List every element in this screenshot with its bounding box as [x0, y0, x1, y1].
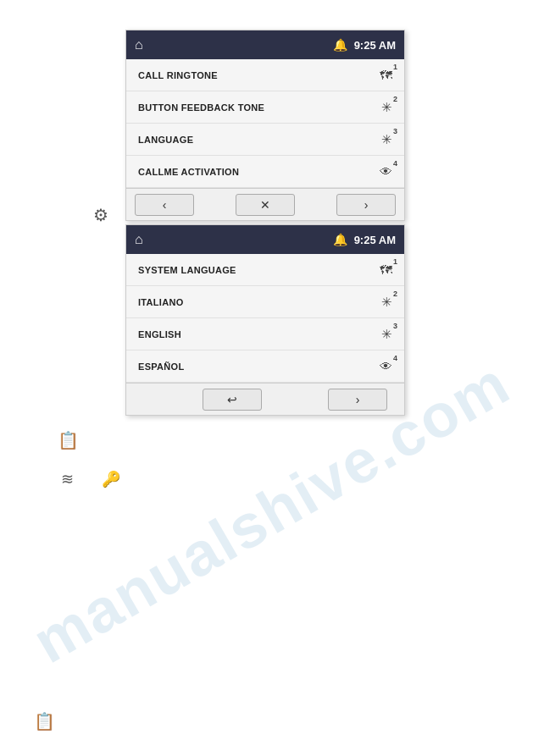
key-icon: 🔑 [102, 470, 120, 488]
menu-row-english[interactable]: ENGLISH ✳ 3 [126, 318, 404, 350]
language-icon: ✳ [381, 132, 392, 147]
button-feedback-icon-area: ✳ 2 [381, 100, 392, 115]
callme-label: CALLME ACTIVATION [138, 167, 239, 177]
espanol-icon-area: 👁 4 [380, 359, 392, 373]
next-icon-2: › [356, 393, 360, 406]
english-label: ENGLISH [138, 329, 181, 339]
cancel-icon: ✕ [260, 198, 270, 212]
callme-icon-area: 👁 4 [380, 164, 392, 179]
map-icon-2: 🗺 [380, 262, 392, 277]
call-ringtone-label: CALL RINGTONE [138, 70, 218, 80]
side-clipboard-icon: 📋 [58, 430, 79, 450]
language-label: LANGUAGE [138, 135, 193, 145]
menu-row-button-feedback[interactable]: BUTTON FEEDBACK TONE ✳ 2 [126, 91, 404, 124]
badge-s4: 4 [393, 354, 397, 362]
system-language-label: SYSTEM LANGUAGE [138, 265, 236, 275]
badge-4: 4 [393, 159, 397, 168]
badge-s1: 1 [393, 257, 397, 266]
menu-row-espanol[interactable]: ESPAÑOL 👁 4 [126, 350, 404, 383]
bell-icon-2: 🔔 [333, 233, 347, 246]
english-icon-area: ✳ 3 [381, 327, 392, 342]
badge-3: 3 [393, 127, 397, 135]
side-wave-icon: ≋ [61, 470, 74, 488]
espanol-label: ESPAÑOL [138, 361, 184, 372]
prev-button[interactable]: ‹ [135, 194, 194, 216]
panel2-time: 9:25 AM [354, 234, 396, 246]
panel1-footer: ‹ ✕ › [126, 188, 404, 220]
language-icon-area: ✳ 3 [381, 132, 392, 147]
menu-row-italiano[interactable]: ITALIANO ✳ 2 [126, 286, 404, 318]
italiano-label: ITALIANO [138, 297, 184, 307]
back-icon: ↩ [227, 393, 237, 406]
system-language-icon-area: 🗺 1 [380, 262, 392, 277]
next-button-2[interactable]: › [328, 389, 387, 411]
badge-1: 1 [393, 63, 397, 71]
menu-row-callme[interactable]: CALLME ACTIVATION 👁 4 [126, 156, 404, 188]
italiano-icon-area: ✳ 2 [381, 295, 392, 310]
panel2-header: ⌂ 🔔 9:25 AM [126, 225, 404, 254]
eye-icon: 👁 [380, 164, 392, 179]
italiano-icon: ✳ [381, 295, 392, 310]
menu-row-system-language[interactable]: SYSTEM LANGUAGE 🗺 1 [126, 254, 404, 286]
menu-row-call-ringtone[interactable]: CALL RINGTONE 🗺 1 [126, 59, 404, 91]
settings-star-icon: ✳ [381, 100, 392, 115]
call-ringtone-icon-area: 🗺 1 [380, 68, 392, 82]
back-button[interactable]: ↩ [203, 389, 262, 411]
prev-icon: ‹ [163, 198, 167, 212]
home-icon-2[interactable]: ⌂ [135, 232, 143, 247]
badge-s3: 3 [393, 322, 397, 330]
panel2-footer: ↩ › [126, 383, 404, 415]
badge-2: 2 [393, 95, 397, 103]
home-icon[interactable]: ⌂ [135, 37, 143, 52]
side-gear-icon: ⚙ [93, 205, 108, 225]
panel-language-menu: ⌂ 🔔 9:25 AM SYSTEM LANGUAGE 🗺 1 ITALIANO… [125, 224, 405, 416]
english-icon: ✳ [381, 327, 392, 342]
bottom-clipboard-icon: 📋 [34, 711, 55, 731]
next-button[interactable]: › [336, 194, 396, 216]
bell-icon: 🔔 [333, 38, 347, 52]
panel1-time: 9:25 AM [354, 39, 396, 52]
espanol-icon: 👁 [380, 359, 392, 373]
button-feedback-label: BUTTON FEEDBACK TONE [138, 102, 264, 113]
next-icon: › [364, 198, 369, 212]
panel1-header: ⌂ 🔔 9:25 AM [126, 30, 404, 59]
panel-settings-menu: ⌂ 🔔 9:25 AM CALL RINGTONE 🗺 1 BUTTON FEE… [125, 30, 405, 221]
map-icon: 🗺 [380, 68, 392, 82]
menu-row-language[interactable]: LANGUAGE ✳ 3 [126, 124, 404, 156]
cancel-button[interactable]: ✕ [236, 194, 295, 216]
badge-s2: 2 [393, 290, 397, 298]
